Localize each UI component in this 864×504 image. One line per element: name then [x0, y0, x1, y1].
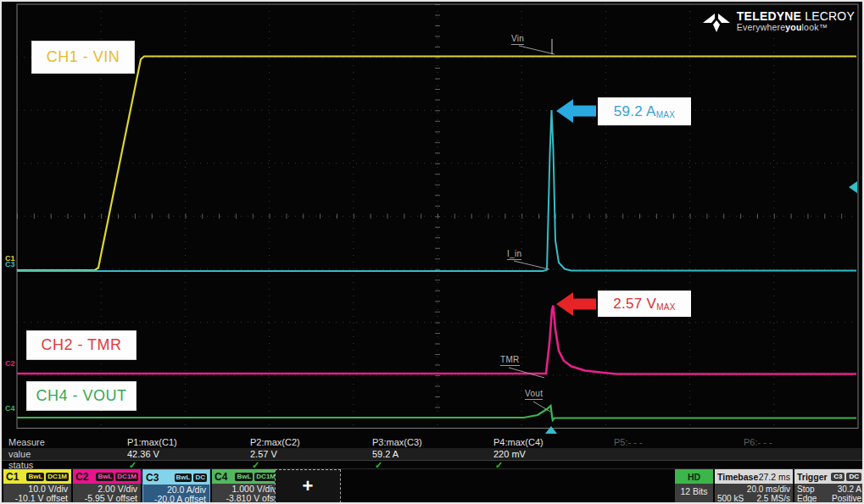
measure-p1-value: 42.36 V	[127, 449, 159, 459]
c4-descriptor-box[interactable]: C4 BwLDC1M 1.000 V/div-3.810 V ofst	[212, 469, 280, 503]
imax-sub: MAX	[656, 110, 676, 119]
brand-lecroy: LECROY	[805, 9, 855, 23]
c1-id: C1	[6, 471, 19, 483]
timebase-position: 27.2 ms	[759, 472, 790, 482]
trigger-source-badge: C3	[831, 473, 844, 481]
trigger-title: Trigger	[797, 472, 828, 482]
measure-p5-header[interactable]: P5:- - -	[614, 437, 643, 447]
c4-zero-marker[interactable]: C4	[5, 405, 15, 413]
c3-coupling-badge: DC	[193, 474, 207, 482]
c2-bwl-badge: BwL	[96, 473, 114, 481]
trigger-box[interactable]: Trigger C3 DC Stop30.2 A EdgePositive	[794, 469, 864, 503]
trigger-type: Edge	[797, 494, 817, 503]
vmax-value: 2.57 V	[613, 296, 656, 313]
trigger-level: 30.2 A	[838, 485, 861, 494]
p3-status-check-icon: ✓	[375, 460, 382, 471]
c4-id: C4	[215, 471, 227, 483]
vout-callout-line	[533, 402, 550, 412]
graticule	[17, 4, 858, 429]
c4-bwl-badge: BwL	[235, 473, 253, 481]
value-row-title: value	[8, 449, 31, 459]
trace-c3-iin	[17, 110, 856, 271]
trace-c4-vout	[17, 406, 856, 420]
tagline-pre: Everywhere	[737, 22, 785, 32]
c2-offset: -5.95 V offset	[73, 494, 137, 503]
c3-zero-marker[interactable]: C3	[5, 261, 15, 269]
c4-coupling-badge: DC1M	[254, 473, 277, 481]
measure-row-title: Measure	[8, 437, 45, 447]
timebase-rate: 2.5 MS/s	[757, 494, 790, 503]
trigger-mode: Stop	[797, 485, 815, 494]
c3-id: C3	[146, 472, 159, 484]
hd-mode-box[interactable]: HD 12 Bits	[675, 469, 713, 503]
trigger-slope: Positive	[832, 494, 861, 503]
c3-descriptor-box-selected[interactable]: C3 BwLDC 20.0 A/div-20.0 A offset	[142, 469, 210, 503]
ch2-tmr-label: CH2 - TMR	[27, 331, 136, 359]
measure-p3-header[interactable]: P3:max(C3)	[372, 437, 422, 447]
hd-title: HD	[675, 469, 713, 484]
c3-offset: -20.0 A offset	[143, 495, 206, 504]
measure-p3-value: 59.2 A	[372, 449, 399, 459]
vout-annotation: Vout	[525, 390, 543, 400]
iin-callout-line	[514, 261, 549, 269]
vmax-sub: MAX	[656, 302, 676, 312]
imax-value: 59.2 A	[614, 103, 656, 120]
measure-p2-header[interactable]: P2:max(C2)	[250, 437, 300, 447]
p4-status-check-icon: ✓	[495, 460, 503, 471]
c1-offset: -10.1 V offset	[3, 494, 68, 503]
timebase-title: Timebase	[717, 472, 758, 482]
trigger-coupling-badge: DC	[846, 473, 861, 481]
trigger-time-marker[interactable]	[545, 426, 557, 434]
brand-teledyne: TELEDYNE	[737, 9, 801, 23]
add-trace-button[interactable]: +	[275, 469, 341, 503]
vmax-arrow-icon	[556, 292, 596, 316]
ch4-vout-label: CH4 - VOUT	[27, 382, 136, 410]
teledyne-lecroy-logo: TELEDYNE LECROY Everywhereyoulook™	[702, 11, 855, 33]
trigger-level-marker[interactable]	[849, 181, 857, 193]
c2-coupling-badge: DC1M	[115, 473, 138, 481]
tmr-annotation: TMR	[500, 356, 520, 366]
ch1-vin-label: CH1 - VIN	[32, 42, 134, 73]
c2-id: C2	[75, 471, 88, 483]
c1-descriptor-box[interactable]: C1 BwLDC1M 10.0 V/div-10.1 V offset	[3, 469, 71, 503]
measure-p6-header[interactable]: P6:- - -	[744, 437, 772, 447]
oscilloscope-screen: Vin I_in TMR Vout C1 C3 C2 C4 CH1 - VIN …	[0, 0, 864, 504]
c4-offset: -3.810 V ofst	[212, 494, 276, 503]
tagline-bold: you	[785, 22, 801, 32]
imax-callout: 59.2 AMAX	[598, 97, 691, 125]
c2-descriptor-box[interactable]: C2 BwLDC1M 2.00 V/div-5.95 V offset	[73, 469, 141, 503]
timebase-box[interactable]: Timebase 27.2 ms 20.0 ms/div 500 kS2.5 M…	[715, 469, 793, 503]
c2-zero-marker[interactable]: C2	[5, 360, 15, 368]
c3-bwl-badge: BwL	[175, 474, 192, 482]
measure-p4-header[interactable]: P4:max(C4)	[493, 437, 543, 447]
vin-callout-line	[519, 46, 555, 54]
measure-p4-value: 220 mV	[493, 449, 526, 459]
trace-c2-tmr	[17, 306, 856, 374]
measure-p1-header[interactable]: P1:max(C1)	[127, 437, 177, 447]
iin-annotation: I_in	[507, 250, 521, 260]
timebase-samples: 500 kS	[717, 494, 744, 503]
measure-p2-value: 2.57 V	[250, 449, 277, 459]
c1-bwl-badge: BwL	[26, 473, 44, 481]
c1-coupling-badge: DC1M	[46, 473, 69, 481]
timebase-per-div: 20.0 ms/div	[747, 485, 790, 494]
tagline-post: look™	[802, 22, 828, 32]
vmax-callout: 2.57 VMAX	[598, 291, 691, 317]
teledyne-logo-icon	[702, 11, 731, 33]
hd-bits: 12 Bits	[675, 484, 713, 496]
vin-annotation: Vin	[511, 35, 524, 45]
imax-arrow-icon	[556, 99, 596, 123]
